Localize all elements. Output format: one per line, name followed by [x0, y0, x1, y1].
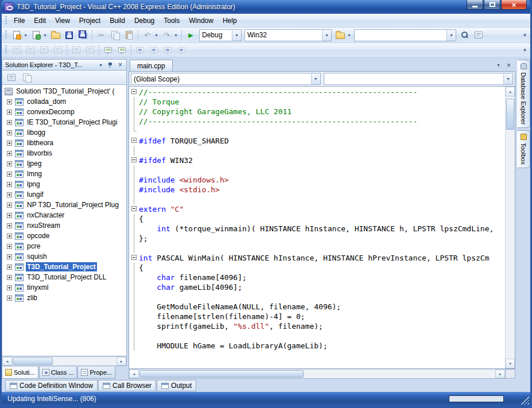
- paste-button[interactable]: [122, 29, 135, 41]
- expand-icon[interactable]: [7, 234, 12, 239]
- parameter-info-button[interactable]: [24, 44, 37, 56]
- find-symbol-button[interactable]: [458, 29, 471, 41]
- fold-collapse-icon[interactable]: [131, 89, 137, 94]
- dropdown-arrow-icon[interactable]: ▾: [322, 30, 331, 41]
- scroll-up-button[interactable]: ▴: [506, 87, 515, 96]
- clear-bookmarks-button[interactable]: [175, 44, 188, 56]
- active-files-dropdown[interactable]: ▾: [494, 61, 503, 69]
- scroll-left-button[interactable]: ◂: [129, 370, 139, 378]
- member-combo[interactable]: ▾: [324, 73, 514, 85]
- open-file-button[interactable]: [49, 29, 62, 41]
- side-tab-database-explorer[interactable]: Database Explorer: [517, 60, 530, 128]
- scrollbar-track[interactable]: [12, 357, 117, 366]
- expand-icon[interactable]: [7, 151, 12, 156]
- resize-grip[interactable]: [521, 397, 529, 405]
- new-project-dropdown[interactable]: ▾: [22, 29, 29, 41]
- expand-icon[interactable]: [7, 172, 12, 177]
- dropdown-arrow-icon[interactable]: ▾: [446, 30, 456, 41]
- dropdown-arrow-icon[interactable]: ▾: [311, 73, 320, 84]
- expand-icon[interactable]: [7, 192, 12, 197]
- toggle-bookmark-button[interactable]: [134, 44, 147, 56]
- minimize-button[interactable]: [467, 0, 483, 10]
- menu-item-project[interactable]: Project: [75, 14, 105, 27]
- previous-bookmark-button[interactable]: [147, 44, 161, 56]
- dock-tab-output[interactable]: Output: [157, 380, 196, 391]
- scrollbar-track[interactable]: [139, 370, 495, 378]
- scrollbar-thumb[interactable]: [139, 370, 304, 378]
- vertical-scrollbar[interactable]: ▴ ▾: [505, 87, 515, 368]
- start-debugging-button[interactable]: ▶: [184, 29, 197, 41]
- tree-item[interactable]: T3D_Tutorial_Project DLL: [2, 272, 126, 282]
- find-combo[interactable]: ▾: [354, 29, 456, 41]
- tree-item[interactable]: lmng: [2, 169, 126, 179]
- fold-collapse-icon[interactable]: [131, 255, 137, 260]
- auto-hide-pin-button[interactable]: [106, 61, 115, 69]
- menu-grip[interactable]: [5, 16, 7, 25]
- menu-item-edit[interactable]: Edit: [29, 14, 51, 27]
- tree-item[interactable]: convexDecomp: [2, 107, 126, 117]
- tree-item[interactable]: squish: [2, 251, 126, 262]
- word-completion-button[interactable]: [51, 44, 64, 56]
- explorer-tab-soluti[interactable]: Soluti...: [2, 367, 38, 379]
- solution-tree[interactable]: Solution 'T3D_Tutorial_Project' (collada…: [2, 85, 127, 356]
- save-all-button[interactable]: [76, 29, 90, 41]
- scroll-right-button[interactable]: ▸: [117, 357, 126, 366]
- redo-dropdown[interactable]: ▾: [173, 29, 179, 41]
- tree-root[interactable]: Solution 'T3D_Tutorial_Project' (: [2, 86, 126, 96]
- quick-info-button[interactable]: [37, 44, 51, 56]
- tree-horizontal-scrollbar[interactable]: ◂ ▸: [2, 356, 127, 366]
- expand-icon[interactable]: [7, 161, 12, 166]
- expand-icon[interactable]: [7, 130, 12, 135]
- tree-item[interactable]: IE T3D_Tutorial_Project Plugi: [2, 117, 126, 127]
- maximize-button[interactable]: [484, 0, 500, 10]
- new-project-button[interactable]: [10, 29, 23, 41]
- scroll-right-button[interactable]: ▸: [495, 370, 505, 378]
- expand-icon[interactable]: [7, 296, 12, 301]
- decrease-indent-button[interactable]: [69, 44, 83, 56]
- dropdown-arrow-icon[interactable]: ▾: [232, 30, 241, 41]
- tree-item[interactable]: NP T3D_Tutorial_Project Plug: [2, 200, 126, 210]
- code-area[interactable]: //--------------------------------------…: [129, 87, 505, 368]
- undo-button[interactable]: ↶: [141, 29, 154, 41]
- tree-item[interactable]: T3D_Tutorial_Project: [2, 262, 126, 272]
- expand-icon[interactable]: [7, 275, 12, 280]
- member-list-button[interactable]: [10, 44, 23, 56]
- toolbar-grip[interactable]: [5, 30, 7, 40]
- dock-tab-call-browser[interactable]: Call Browser: [98, 380, 156, 391]
- expand-icon[interactable]: [7, 120, 12, 125]
- redo-button[interactable]: ↷: [160, 29, 173, 41]
- tree-item[interactable]: nxuStream: [2, 220, 126, 231]
- scrollbar-track[interactable]: [506, 96, 515, 359]
- properties-button[interactable]: [5, 71, 18, 84]
- undo-dropdown[interactable]: ▾: [153, 29, 160, 41]
- dropdown-arrow-icon[interactable]: ▾: [503, 73, 512, 84]
- close-document-button[interactable]: ×: [504, 61, 513, 69]
- tree-item[interactable]: zlib: [2, 293, 126, 303]
- expand-icon[interactable]: [7, 223, 12, 228]
- horizontal-scrollbar[interactable]: ◂ ▸: [129, 369, 506, 379]
- tree-item[interactable]: libvorbis: [2, 148, 126, 158]
- solution-platforms-combo[interactable]: Win32 ▾: [244, 29, 332, 41]
- save-button[interactable]: [63, 29, 76, 41]
- solution-configurations-combo[interactable]: Debug ▾: [199, 29, 242, 41]
- menu-item-debug[interactable]: Debug: [130, 14, 159, 27]
- fold-collapse-icon[interactable]: [131, 138, 137, 143]
- menu-item-file[interactable]: File: [9, 14, 29, 27]
- increase-indent-button[interactable]: [83, 44, 96, 56]
- add-item-button[interactable]: [29, 29, 42, 41]
- find-in-files-button[interactable]: [333, 29, 347, 41]
- tree-item[interactable]: nxCharacter: [2, 210, 126, 220]
- show-all-files-button[interactable]: [20, 71, 33, 84]
- expand-icon[interactable]: [7, 182, 12, 187]
- scroll-left-button[interactable]: ◂: [2, 357, 12, 366]
- tree-item[interactable]: lpng: [2, 179, 126, 189]
- expand-icon[interactable]: [7, 203, 12, 208]
- toolbar-grip[interactable]: [5, 45, 7, 55]
- menu-item-window[interactable]: Window: [184, 14, 218, 27]
- fold-collapse-icon[interactable]: [131, 206, 137, 211]
- tree-item[interactable]: tinyxml: [2, 282, 126, 293]
- scrollbar-thumb[interactable]: [506, 99, 514, 130]
- toolbar-options-button[interactable]: ▾: [521, 29, 529, 41]
- fold-collapse-icon[interactable]: [131, 157, 137, 162]
- expand-icon[interactable]: [7, 265, 12, 270]
